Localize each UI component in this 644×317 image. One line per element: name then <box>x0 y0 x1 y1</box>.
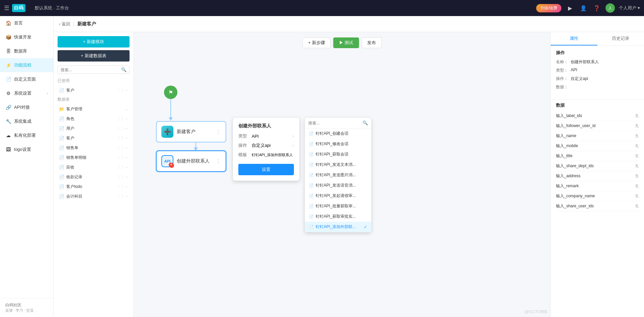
panel-item-icon-2: 📄 <box>59 126 64 131</box>
sidebar-item-home[interactable]: 🏠 首页 <box>0 16 53 30</box>
upgrade-button[interactable]: 升级/续费 <box>536 4 561 12</box>
panel-item-1[interactable]: 📄 角色 ⋮⋮ ··· <box>58 114 130 124</box>
popup-template-value[interactable]: 钉钉API_添加外部联系人 <box>252 152 294 157</box>
data-row-4[interactable]: 输入_title 无 <box>556 151 639 161</box>
panel-item-actions-5[interactable]: ⋮⋮ ··· <box>117 155 128 160</box>
sidebar-item-quickdev[interactable]: 📦 快速开发 <box>0 30 53 44</box>
data-row-2[interactable]: 输入_name 无 <box>556 131 639 141</box>
avatar[interactable]: 人 <box>606 3 615 13</box>
community-link[interactable]: 白码社区 反馈 · 学习 · 交流 <box>5 302 48 313</box>
help-icon[interactable]: ❓ <box>592 3 601 13</box>
op-label-data: 数据： <box>556 84 569 90</box>
new-table-button[interactable]: + 新建数据表 <box>58 50 130 62</box>
node2-menu-icon[interactable]: ⋮ <box>216 158 221 165</box>
panel-item-0[interactable]: 📁 客户管理 ··· <box>58 104 130 114</box>
flow-node-2[interactable]: API ✕ 创建外部联系人 ⋮ <box>156 150 226 172</box>
panel-item-text-4: 销售单 <box>66 145 115 151</box>
sd-item-3[interactable]: 📄 钉钉API_发送文本消... <box>305 160 371 170</box>
popup-settings-button[interactable]: 设置 <box>238 164 294 175</box>
sd-search-icon[interactable]: 🔍 <box>363 120 368 125</box>
sd-item-0[interactable]: 📄 钉钉API_创建会话 <box>305 128 371 139</box>
sd-item-4[interactable]: 📄 钉钉API_发送图片消... <box>305 170 371 180</box>
panel-item-actions-2[interactable]: ⋮⋮ ··· <box>117 126 128 131</box>
popup-panel: 创建外部联系人 类型 API › 操作 自定义api › <box>233 117 300 181</box>
data-row-5[interactable]: 输入_share_dept_ids 无 <box>556 161 639 171</box>
panel-item-5[interactable]: 📄 销售单明细 ⋮⋮ ··· <box>58 153 130 163</box>
sd-item-8[interactable]: 📄 钉钉API_获取审批实... <box>305 211 371 222</box>
user-circle-icon[interactable]: 👤 <box>579 3 588 13</box>
panel-item-text-0: 客户管理 <box>66 106 123 112</box>
hamburger-icon[interactable]: ☰ <box>4 4 9 12</box>
sidebar-item-database[interactable]: 🗄 数据库 <box>0 44 53 58</box>
used-item-actions[interactable]: ⋮⋮ ··· <box>117 88 128 93</box>
sidebar-item-api[interactable]: 🔗 API对接 <box>0 100 53 114</box>
sidebar-item-logo[interactable]: 🖼 logo设置 <box>0 142 53 156</box>
workflow-layout: + 新建模块 + 新建数据表 🔍 已使用 📄 客户 ⋮⋮ ··· 数据表 📁 客… <box>54 32 644 317</box>
sidebar-item-workflow[interactable]: ⚡ 功能流程 <box>0 58 53 72</box>
user-label[interactable]: 个人用户 ▾ <box>619 5 640 11</box>
data-field-name-6: 输入_address <box>556 173 635 179</box>
panel-item-actions-6[interactable]: ⋮⋮ ··· <box>117 165 128 170</box>
tab-history[interactable]: 历史记录 <box>597 32 644 45</box>
panel-item-actions-9[interactable]: ⋮⋮ ··· <box>117 194 128 199</box>
new-step-button[interactable]: + 新步骤 <box>303 37 331 48</box>
new-module-button[interactable]: + 新建模块 <box>58 36 130 47</box>
panel-item-actions-0[interactable]: ··· <box>125 107 128 111</box>
sd-item-1[interactable]: 📄 钉钉API_修改会话 <box>305 139 371 149</box>
data-row-7[interactable]: 输入_remark 无 <box>556 181 639 191</box>
panel-item-8[interactable]: 📄 客户todo ⋮⋮ ··· <box>58 182 130 192</box>
panel-item-2[interactable]: 📄 用户 ⋮⋮ ··· <box>58 124 130 133</box>
panel-item-icon-5: 📄 <box>59 155 64 160</box>
play-icon[interactable]: ▶ <box>565 3 575 13</box>
panel-item-7[interactable]: 📄 收款记录 ⋮⋮ ··· <box>58 172 130 182</box>
flow-node-1[interactable]: ➕ 新建客户 ⋮ <box>156 121 226 142</box>
panel-item-actions-1[interactable]: ⋮⋮ ··· <box>117 117 128 121</box>
custompage-icon: 📄 <box>5 76 11 82</box>
panel-item-text-1: 角色 <box>66 116 115 122</box>
data-row-6[interactable]: 输入_address 无 <box>556 171 639 181</box>
sd-search-input[interactable] <box>308 121 360 125</box>
data-row-3[interactable]: 输入_mobile 无 <box>556 141 639 151</box>
popup-type-value[interactable]: API › <box>252 134 294 139</box>
sidebar-item-private[interactable]: ☁ 私有化部署 <box>0 128 53 142</box>
sidebar-label-workflow: 功能流程 <box>14 62 31 68</box>
node1-menu-icon[interactable]: ⋮ <box>216 129 221 135</box>
data-field-name-9: 输入_share_user_ids <box>556 203 635 209</box>
tab-properties[interactable]: 属性 <box>551 32 597 45</box>
sidebar-item-integration[interactable]: 🔧 系统集成 <box>0 114 53 128</box>
back-button[interactable]: ‹ 返回 <box>59 21 70 27</box>
publish-button[interactable]: 发布 <box>361 37 382 48</box>
test-button[interactable]: ▶ 测试 <box>333 37 359 48</box>
sd-item-9[interactable]: 📄 钉钉API_添加外部联... ✓ <box>305 222 371 232</box>
sd-item-7[interactable]: 📄 钉钉API_批量获取审... <box>305 201 371 211</box>
sidebar-label-custompage: 自定义页面 <box>14 76 36 82</box>
sd-item-text-7: 钉钉API_批量获取审... <box>316 203 356 209</box>
panel-item-6[interactable]: 📄 应收 ⋮⋮ ··· <box>58 163 130 172</box>
sd-item-6[interactable]: 📄 钉钉API_发起请假审... <box>305 191 371 201</box>
popup-type-label: 类型 <box>238 133 252 139</box>
canvas-area: + 新步骤 ▶ 测试 发布 ⚑ <box>134 32 550 317</box>
sidebar-item-settings[interactable]: ⚙ 系统设置 › <box>0 86 53 100</box>
panel-item-actions-7[interactable]: ⋮⋮ ··· <box>117 175 128 179</box>
used-item-customer[interactable]: 📄 客户 ⋮⋮ ··· <box>58 86 130 95</box>
data-row-0[interactable]: 输入_label_ids 无 <box>556 111 639 121</box>
popup-action-value[interactable]: 自定义api › <box>252 142 294 148</box>
data-row-9[interactable]: 输入_share_user_ids 无 <box>556 201 639 211</box>
sd-item-2[interactable]: 📄 钉钉API_获取会话 <box>305 149 371 160</box>
data-row-8[interactable]: 输入_company_name 无 <box>556 191 639 201</box>
panel-item-9[interactable]: 📄 会计科目 ⋮⋮ ··· <box>58 192 130 201</box>
op-label-type: 类型： <box>556 68 569 73</box>
sidebar-item-custompage[interactable]: 📄 自定义页面 <box>0 72 53 86</box>
operation-section: 操作 名称： 创建外部联系人 类型： API 操作： 自定义api 数据： <box>551 46 644 97</box>
op-field-action: 操作： 自定义api <box>556 76 639 82</box>
sidebar-label-integration: 系统集成 <box>14 118 31 124</box>
panel-item-actions-8[interactable]: ⋮⋮ ··· <box>117 185 128 189</box>
sd-item-5[interactable]: 📄 钉钉API_发送语音消... <box>305 180 371 191</box>
left-search-input[interactable] <box>61 68 120 72</box>
left-search-icon[interactable]: 🔍 <box>121 67 127 72</box>
panel-item-4[interactable]: 📄 销售单 ⋮⋮ ··· <box>58 143 130 153</box>
panel-item-actions-4[interactable]: ⋮⋮ ··· <box>117 146 128 150</box>
panel-item-actions-3[interactable]: ⋮⋮ ··· <box>117 136 128 140</box>
data-row-1[interactable]: 输入_follower_user_id 无 <box>556 121 639 131</box>
panel-item-3[interactable]: 📄 客户 ⋮⋮ ··· <box>58 133 130 143</box>
